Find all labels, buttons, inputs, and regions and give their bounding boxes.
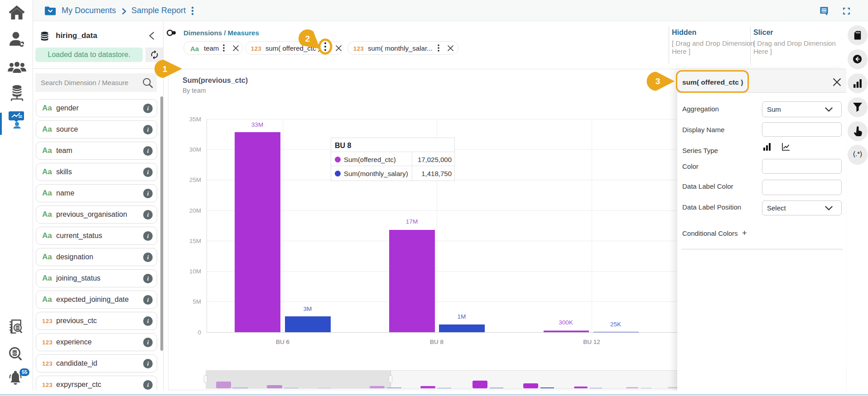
svg-text:BU 12: BU 12 [583,339,600,345]
svg-text:BU 8: BU 8 [430,339,444,345]
svg-text:25K: 25K [610,321,621,328]
svg-text:0: 0 [198,329,201,336]
svg-text:25M: 25M [189,177,201,183]
svg-text:30M: 30M [189,146,201,153]
svg-text:BU 6: BU 6 [276,339,289,345]
svg-text:17M: 17M [406,218,418,225]
svg-text:20M: 20M [189,207,201,214]
svg-text:15M: 15M [189,238,201,244]
svg-text:5M: 5M [193,298,201,305]
svg-text:1M: 1M [458,313,466,320]
svg-text:10M: 10M [189,268,201,275]
svg-text:35M: 35M [189,116,201,123]
svg-text:33M: 33M [251,121,263,128]
svg-text:3M: 3M [304,305,312,312]
svg-text:300K: 300K [559,319,573,326]
